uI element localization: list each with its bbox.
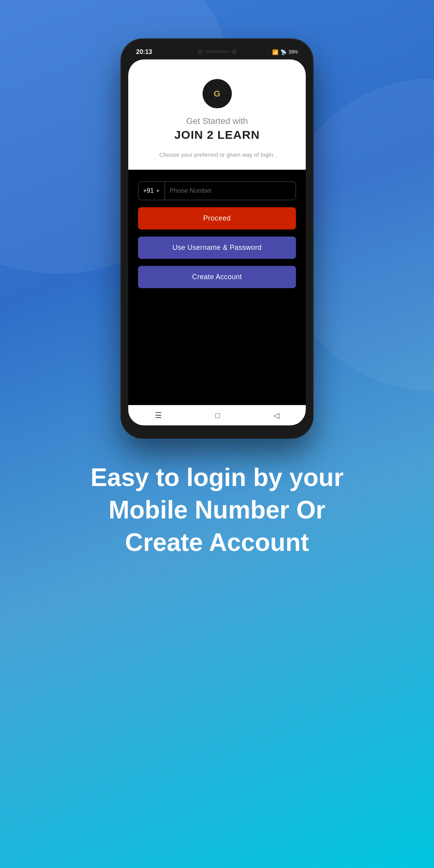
- signal-icon: 📡: [280, 49, 287, 55]
- wifi-icon: 📶: [272, 49, 278, 55]
- phone-number-input[interactable]: [165, 182, 296, 200]
- create-account-button[interactable]: Create Account: [138, 266, 296, 288]
- app-logo: G: [203, 79, 232, 108]
- screen-top: G Get Started with JOIN 2 LEARN Choose y…: [128, 59, 306, 170]
- camera-dot-right: [232, 49, 237, 54]
- logo-letter: G: [213, 89, 220, 99]
- brand-name: JOIN 2 LEARN: [174, 128, 260, 142]
- caption-line2: Mobile Number Or: [109, 496, 326, 524]
- battery-indicator: 39%: [289, 49, 298, 55]
- country-code-selector[interactable]: +91 ▼: [138, 182, 165, 200]
- nav-home-icon[interactable]: □: [215, 411, 220, 420]
- nav-menu-icon[interactable]: ☰: [155, 411, 162, 420]
- logo-badge: G: [203, 80, 231, 108]
- nav-back-icon[interactable]: ◁: [273, 411, 279, 420]
- phone-notch: [186, 46, 248, 57]
- status-time: 20:13: [136, 48, 152, 56]
- camera-dot-left: [197, 49, 202, 54]
- login-subtitle: Choose your preferred or given way of lo…: [159, 151, 274, 158]
- country-code-value: +91: [143, 187, 154, 194]
- dropdown-arrow-icon: ▼: [156, 188, 160, 193]
- caption-line3: Create Account: [125, 528, 309, 556]
- phone-device: 20:13 📶 📡 39% G Get Started with JOIN 2 …: [121, 39, 313, 438]
- speaker-bar: [205, 50, 229, 53]
- status-icons: 📶 📡 39%: [272, 49, 298, 55]
- caption-text: Easy to login by your Mobile Number Or C…: [90, 461, 343, 559]
- phone-input-row[interactable]: +91 ▼: [138, 181, 296, 200]
- phone-device-wrapper: 20:13 📶 📡 39% G Get Started with JOIN 2 …: [121, 39, 313, 438]
- android-nav-bar: ☰ □ ◁: [128, 405, 306, 425]
- proceed-button[interactable]: Proceed: [138, 207, 296, 230]
- caption-area: Easy to login by your Mobile Number Or C…: [59, 461, 375, 559]
- get-started-label: Get Started with: [186, 116, 248, 126]
- caption-line1: Easy to login by your: [90, 463, 343, 491]
- use-username-password-button[interactable]: Use Username & Password: [138, 237, 296, 259]
- screen-bottom: +91 ▼ Proceed Use Username & Password Cr…: [128, 170, 306, 405]
- phone-screen: G Get Started with JOIN 2 LEARN Choose y…: [128, 59, 306, 425]
